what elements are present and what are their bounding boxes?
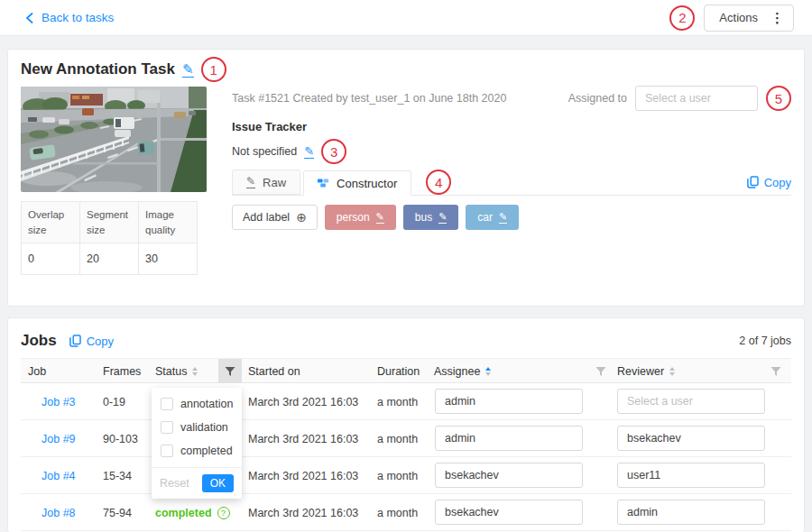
label-chip-person[interactable]: person ✎	[325, 205, 396, 230]
copy-labels-link[interactable]: Copy	[747, 176, 791, 189]
filter-option-completed-label: completed	[180, 445, 233, 457]
tab-constructor-label: Constructor	[337, 177, 397, 190]
annotation-circle-4: 4	[426, 170, 451, 195]
label-chip-car[interactable]: car ✎	[466, 205, 519, 230]
filter-icon-assignee[interactable]	[589, 359, 613, 383]
job-9-reviewer-input[interactable]	[617, 426, 765, 451]
job-row-8: Job #8 75-94 completed ? March 3rd 2021 …	[21, 494, 791, 531]
job-3-assignee-input[interactable]	[435, 389, 583, 414]
annotation-circle-2: 2	[669, 5, 695, 31]
col-status[interactable]: Status	[155, 359, 198, 383]
tab-raw[interactable]: ✎ Raw	[232, 170, 300, 195]
job-3-reviewer-input[interactable]	[617, 389, 765, 414]
label-chip-bus-name: bus	[415, 211, 432, 224]
sort-icon-status	[192, 367, 198, 376]
job-row-9: Job #9 90-103 March 3rd 2021 16:03 a mon…	[21, 420, 791, 457]
topbar: Back to tasks 2 Actions ⋮	[0, 0, 812, 36]
job-9-link[interactable]: Job #9	[42, 433, 76, 445]
job-8-frames: 75-94	[103, 494, 132, 531]
copy-icon	[69, 335, 81, 347]
traffic-scene-illustration	[21, 87, 207, 192]
checkbox-validation[interactable]	[161, 421, 173, 434]
col-reviewer-label: Reviewer	[617, 365, 664, 378]
filter-reset-button[interactable]: Reset	[160, 477, 189, 490]
jobs-card: Jobs Copy 2 of 7 jobs Job Frames Status …	[7, 317, 805, 532]
sort-icon-reviewer	[669, 367, 675, 376]
filter-option-validation[interactable]: validation	[152, 416, 242, 439]
tab-constructor[interactable]: Constructor	[303, 170, 411, 196]
col-reviewer[interactable]: Reviewer	[617, 359, 675, 383]
more-menu-icon: ⋮	[770, 10, 784, 26]
job-8-reviewer-input[interactable]	[617, 500, 765, 525]
task-title-row: New Annotation Task ✎ 1	[21, 57, 226, 82]
issue-tracker-value-row: Not specified ✎ 3	[232, 139, 346, 164]
issue-tracker-value: Not specified	[232, 145, 297, 158]
back-to-tasks-label: Back to tasks	[42, 11, 114, 24]
filter-icon-reviewer[interactable]	[764, 359, 788, 383]
job-8-link[interactable]: Job #8	[42, 507, 76, 519]
col-duration: Duration	[377, 359, 420, 383]
job-9-assignee-input[interactable]	[435, 426, 583, 451]
copy-icon	[747, 176, 759, 188]
job-row-4: Job #4 15-34 March 3rd 2021 16:03 a mont…	[21, 457, 791, 494]
task-preview-image	[21, 87, 207, 192]
checkbox-annotation[interactable]	[161, 398, 173, 410]
actions-label: Actions	[719, 11, 758, 24]
job-4-started: March 3rd 2021 16:03	[248, 457, 358, 494]
issue-tracker-label: Issue Tracker	[232, 120, 307, 133]
filter-option-validation-label: validation	[180, 421, 228, 434]
label-chip-car-name: car	[477, 211, 493, 224]
job-9-frames: 90-103	[103, 420, 138, 457]
edit-label-car-icon[interactable]: ✎	[499, 212, 507, 224]
edit-task-name-icon[interactable]: ✎	[182, 62, 194, 78]
param-header-quality: Image quality	[139, 202, 198, 243]
add-label-text: Add label	[243, 211, 290, 224]
assigned-to-input[interactable]	[635, 86, 758, 111]
status-filter-dropdown: annotation validation completed Reset OK	[152, 388, 242, 499]
job-8-status-cell: completed ?	[155, 494, 230, 531]
filter-ok-button[interactable]: OK	[202, 474, 234, 492]
job-3-frames: 0-19	[103, 383, 125, 420]
edit-label-bus-icon[interactable]: ✎	[438, 212, 447, 224]
chevron-left-icon	[25, 13, 33, 23]
col-assignee-label: Assignee	[434, 365, 480, 378]
task-title: New Annotation Task	[21, 60, 175, 78]
help-circle-icon[interactable]: ?	[217, 507, 230, 519]
labels-row: Add label ⊕ person ✎ bus ✎ car ✎	[232, 205, 519, 230]
col-assignee[interactable]: Assignee	[434, 359, 491, 383]
task-meta-row: Task #1521 Created by test_user_1 on Jun…	[232, 86, 791, 111]
job-8-assignee-input[interactable]	[435, 500, 583, 525]
labels-tabbar: ✎ Raw Constructor 4 Copy	[232, 170, 791, 196]
job-3-duration: a month	[377, 383, 418, 420]
add-label-button[interactable]: Add label ⊕	[232, 205, 318, 230]
edit-label-person-icon[interactable]: ✎	[376, 212, 384, 224]
jobs-header: Jobs Copy 2 of 7 jobs	[21, 329, 791, 353]
job-4-reviewer-input[interactable]	[617, 463, 765, 488]
col-frames: Frames	[103, 359, 141, 383]
col-job: Job	[28, 359, 46, 383]
edit-issue-tracker-icon[interactable]: ✎	[304, 145, 314, 159]
col-status-label: Status	[155, 365, 187, 378]
param-value-quality: 30	[139, 243, 198, 275]
annotation-circle-5: 5	[766, 86, 791, 111]
filter-option-completed[interactable]: completed	[152, 439, 242, 463]
label-chip-bus[interactable]: bus ✎	[403, 205, 459, 230]
job-4-link[interactable]: Job #4	[42, 470, 76, 482]
filter-option-annotation[interactable]: annotation	[152, 392, 242, 416]
param-value-segment: 20	[80, 243, 139, 275]
filter-icon-status[interactable]	[218, 359, 242, 383]
plus-circle-icon: ⊕	[296, 211, 307, 224]
jobs-title: Jobs	[21, 332, 57, 350]
back-to-tasks-link[interactable]: Back to tasks	[25, 11, 114, 24]
annotation-circle-3: 3	[321, 139, 346, 164]
col-started: Started on	[248, 359, 300, 383]
job-3-link[interactable]: Job #3	[42, 396, 76, 408]
actions-button[interactable]: Actions ⋮	[704, 5, 794, 32]
assigned-to-label: Assigned to	[568, 92, 627, 105]
checkbox-completed[interactable]	[161, 445, 173, 457]
copy-jobs-link[interactable]: Copy	[69, 335, 114, 348]
job-8-duration: a month	[377, 494, 418, 531]
job-4-assignee-input[interactable]	[435, 463, 583, 488]
label-chip-person-name: person	[337, 211, 370, 224]
task-details-card: New Annotation Task ✎ 1	[7, 49, 805, 307]
